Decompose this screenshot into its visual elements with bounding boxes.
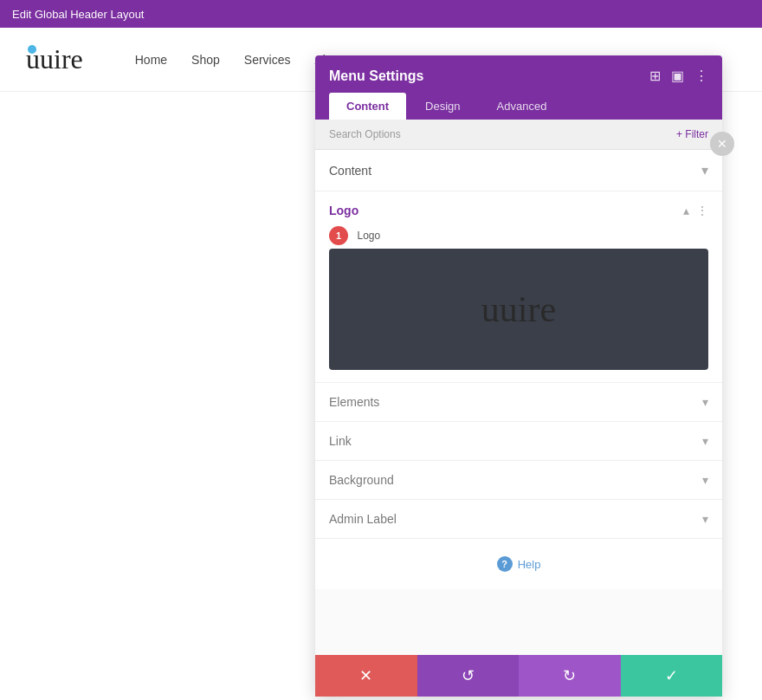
- site-logo: uuire: [26, 43, 83, 75]
- logo-badge: 1: [329, 226, 348, 245]
- more-icon[interactable]: ⋮: [694, 68, 708, 84]
- link-chevron: ▾: [702, 434, 708, 448]
- undo-button[interactable]: ↺: [417, 655, 520, 697]
- help-icon: ?: [497, 556, 513, 572]
- panel-close-button[interactable]: ✕: [710, 132, 734, 156]
- logo-dot: [28, 45, 36, 54]
- tab-advanced[interactable]: Advanced: [480, 93, 565, 120]
- logo-more-icon[interactable]: ⋮: [696, 204, 708, 217]
- logo-section-header: Logo ▴ ⋮: [329, 204, 708, 217]
- tab-design[interactable]: Design: [408, 93, 477, 120]
- top-bar: Edit Global Header Layout: [0, 0, 762, 28]
- top-bar-title: Edit Global Header Layout: [12, 8, 144, 21]
- help-text[interactable]: Help: [518, 558, 541, 571]
- panel-tabs: Content Design Advanced: [329, 93, 708, 120]
- background-row[interactable]: Background ▾: [315, 461, 722, 500]
- logo-section-icons: ▴ ⋮: [683, 204, 708, 217]
- columns-icon[interactable]: ▣: [671, 68, 684, 84]
- panel-body: Search Options + Filter Content ▾ Logo ▴…: [315, 120, 722, 655]
- help-row: ? Help: [315, 539, 722, 589]
- elements-chevron: ▾: [702, 395, 708, 409]
- logo-collapse-icon[interactable]: ▴: [683, 204, 689, 217]
- nav-shop[interactable]: Shop: [191, 53, 220, 67]
- menu-settings-panel: ✕ Menu Settings ⊞ ▣ ⋮ Content Design Adv…: [315, 55, 722, 697]
- content-section-row[interactable]: Content ▾: [315, 150, 722, 191]
- nav-services[interactable]: Services: [244, 53, 291, 67]
- admin-label-row[interactable]: Admin Label ▾: [315, 500, 722, 539]
- panel-title: Menu Settings: [329, 68, 423, 84]
- cancel-button[interactable]: ✕: [315, 655, 417, 697]
- panel-footer: ✕ ↺ ↻ ✓: [315, 655, 722, 697]
- search-bar: Search Options + Filter: [315, 120, 722, 150]
- admin-chevron: ▾: [702, 512, 708, 526]
- background-label: Background: [329, 473, 394, 487]
- page-preview: uuire Home Shop Services About ✕ Menu Se…: [0, 28, 762, 700]
- panel-title-row: Menu Settings ⊞ ▣ ⋮: [329, 68, 708, 84]
- tab-content[interactable]: Content: [329, 93, 406, 120]
- elements-label: Elements: [329, 395, 379, 409]
- expand-icon[interactable]: ⊞: [649, 68, 661, 84]
- background-chevron: ▾: [702, 473, 708, 487]
- logo-preview[interactable]: uuire: [329, 249, 708, 370]
- save-button[interactable]: ✓: [621, 655, 723, 697]
- redo-button[interactable]: ↻: [519, 655, 621, 697]
- link-row[interactable]: Link ▾: [315, 422, 722, 461]
- search-options-label: Search Options: [329, 128, 401, 140]
- nav-home[interactable]: Home: [135, 53, 167, 67]
- link-label: Link: [329, 434, 352, 448]
- logo-section-title: Logo: [329, 204, 358, 217]
- elements-row[interactable]: Elements ▾: [315, 383, 722, 422]
- panel-header: Menu Settings ⊞ ▣ ⋮ Content Design Advan…: [315, 55, 722, 120]
- content-section-label: Content: [329, 164, 371, 178]
- logo-preview-text: uuire: [481, 288, 556, 330]
- logo-label-row: 1 Logo: [329, 226, 708, 245]
- filter-button[interactable]: + Filter: [676, 128, 708, 140]
- admin-label: Admin Label: [329, 512, 397, 526]
- logo-section: Logo ▴ ⋮ 1 Logo uuire: [315, 191, 722, 383]
- panel-header-icons: ⊞ ▣ ⋮: [649, 68, 708, 84]
- logo-field-label: Logo: [357, 230, 380, 242]
- content-chevron-icon: ▾: [701, 162, 708, 178]
